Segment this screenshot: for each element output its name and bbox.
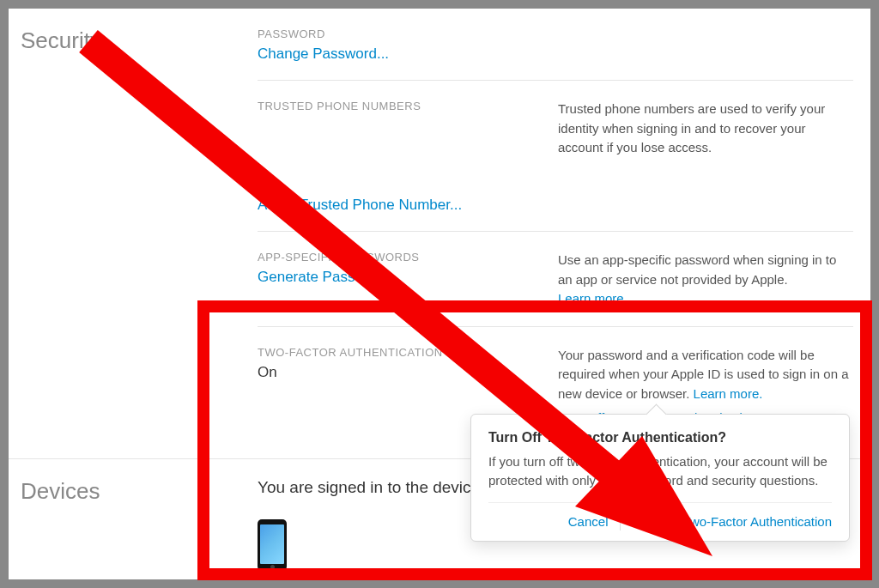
trusted-phone-desc: Trusted phone numbers are used to verify… [558, 101, 825, 155]
security-body: PASSWORD Change Password... TRUSTED PHON… [258, 9, 870, 458]
iphone-icon[interactable] [258, 519, 287, 571]
password-row: PASSWORD Change Password... [258, 9, 853, 81]
two-factor-value: On [258, 364, 558, 381]
popover-cancel-button[interactable]: Cancel [568, 514, 609, 529]
app-specific-learn-more-link[interactable]: Learn more. [558, 291, 627, 306]
turn-off-2fa-popover: Turn Off Two-Factor Authentication? If y… [470, 414, 850, 542]
app-specific-label: APP-SPECIFIC PASSWORDS [258, 251, 558, 264]
generate-password-link[interactable]: Generate Password... [258, 269, 398, 285]
devices-heading: Devices [9, 459, 258, 574]
popover-actions: Cancel Turn Off Two-Factor Authenticatio… [488, 502, 832, 541]
security-heading: Security [9, 9, 258, 458]
add-trusted-phone-link[interactable]: Add a Trusted Phone Number... [258, 197, 462, 213]
trusted-phone-row: TRUSTED PHONE NUMBERS Add a Trusted Phon… [258, 81, 853, 232]
popover-title: Turn Off Two-Factor Authentication? [488, 430, 832, 446]
two-factor-learn-more-link[interactable]: Learn more. [694, 386, 763, 401]
security-section: Security PASSWORD Change Password... TRU… [9, 9, 870, 459]
trusted-phone-label: TRUSTED PHONE NUMBERS [258, 100, 558, 112]
action-divider [620, 513, 621, 530]
popover-confirm-button[interactable]: Turn Off Two-Factor Authentication [633, 514, 832, 529]
app-specific-row: APP-SPECIFIC PASSWORDS Generate Password… [258, 232, 853, 327]
change-password-link[interactable]: Change Password... [258, 45, 389, 62]
popover-body: If you turn off two-factor authenticatio… [488, 452, 832, 490]
two-factor-label: TWO-FACTOR AUTHENTICATION [258, 346, 558, 359]
password-label: PASSWORD [258, 27, 558, 40]
app-specific-desc: Use an app-specific password when signin… [558, 252, 836, 287]
